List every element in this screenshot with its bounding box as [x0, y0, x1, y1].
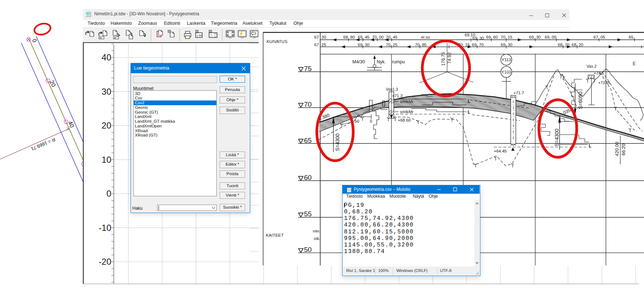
- svg-text:Vas.2: Vas.2: [587, 64, 596, 68]
- svg-text:70: 70: [304, 100, 312, 108]
- svg-text:KAITEET: KAITEET: [266, 233, 284, 238]
- svg-text:M4/30: M4/30: [352, 59, 365, 64]
- svg-text:75: 75: [304, 65, 312, 72]
- svg-text:S=4300: S=4300: [554, 129, 560, 146]
- svg-text:0: 0: [370, 119, 372, 123]
- svg-text:KUIVATUS: KUIVATUS: [267, 39, 287, 44]
- svg-text:L: L: [468, 99, 470, 104]
- svg-text:60: 60: [304, 174, 312, 181]
- svg-text:50: 50: [304, 246, 312, 253]
- svg-text:74.92: 74.92: [447, 52, 452, 64]
- svg-text:+74.5: +74.5: [594, 71, 604, 75]
- svg-text:69, 30: 69, 30: [358, 43, 369, 47]
- svg-text:Vas1.3: Vas1.3: [386, 87, 398, 91]
- svg-text:70, 85: 70, 85: [415, 43, 427, 47]
- svg-text:30: 30: [321, 35, 326, 39]
- svg-text:srHkMr: srHkMr: [400, 110, 413, 114]
- svg-text:+64.45: +64.45: [494, 149, 507, 153]
- svg-text:69, 30: 69, 30: [472, 36, 484, 40]
- svg-text:176.75: 176.75: [441, 52, 446, 66]
- svg-text:69, 00: 69, 00: [545, 35, 556, 39]
- svg-text:67, 05: 67, 05: [593, 35, 605, 39]
- svg-text:69, 30: 69, 30: [501, 43, 512, 47]
- svg-text:55: 55: [304, 210, 312, 218]
- svg-text:rumpu: rumpu: [392, 59, 405, 64]
- svg-text:S=4300: S=4300: [335, 133, 340, 151]
- svg-text:67: 67: [314, 35, 319, 39]
- svg-text:vas.: vas.: [313, 229, 320, 233]
- svg-text:69, 70: 69, 70: [472, 43, 484, 47]
- svg-text:oik.: oik.: [314, 236, 320, 241]
- svg-text:65: 65: [304, 137, 312, 144]
- svg-text:S=6050: S=6050: [577, 91, 583, 109]
- svg-text:Nyk.: Nyk.: [377, 59, 386, 64]
- svg-text:ei so.: ei so.: [421, 35, 431, 39]
- svg-text:L: L: [589, 143, 591, 149]
- svg-text:.50: .50: [353, 119, 359, 123]
- svg-text:25: 25: [321, 43, 326, 47]
- svg-text:+68.60: +68.60: [398, 118, 411, 122]
- svg-text:Y113: Y113: [501, 58, 511, 62]
- svg-text:67: 67: [314, 43, 319, 47]
- svg-text:L: L: [468, 110, 470, 115]
- svg-text:Y103: Y103: [501, 70, 511, 74]
- svg-text:68, 80: 68, 80: [343, 35, 355, 39]
- svg-text:68, 20: 68, 20: [572, 43, 583, 47]
- svg-text:69, 60: 69, 60: [486, 35, 498, 39]
- svg-text:69, 45: 69, 45: [358, 35, 369, 39]
- svg-text:70, 15: 70, 15: [501, 35, 512, 39]
- svg-text:69, 30: 69, 30: [529, 35, 541, 39]
- svg-text:+71.7: +71.7: [513, 91, 524, 95]
- svg-text:+71.3: +71.3: [392, 94, 403, 98]
- svg-text:E: E: [633, 61, 636, 66]
- svg-text:66.20: 66.20: [621, 143, 626, 155]
- svg-text:65,: 65,: [629, 35, 635, 39]
- svg-text:420.00: 420.00: [614, 142, 620, 156]
- svg-text:srHkMr: srHkMr: [400, 99, 413, 104]
- svg-text:+73.95: +73.95: [598, 80, 611, 85]
